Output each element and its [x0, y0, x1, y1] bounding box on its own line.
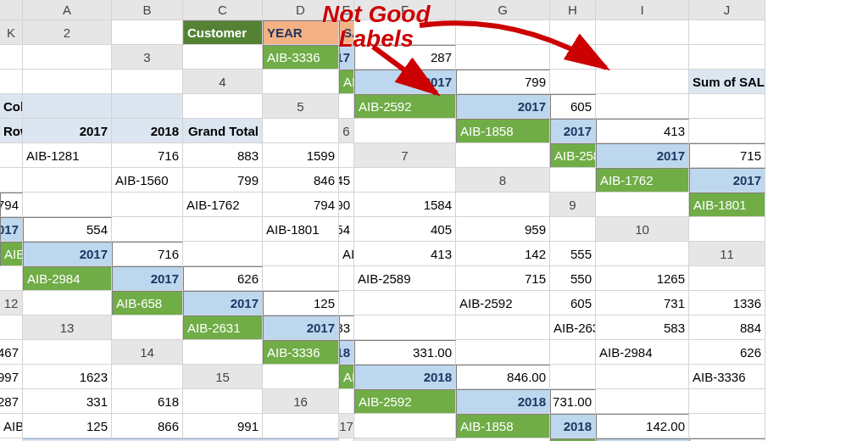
data-cell-customer[interactable]: AIB-2592: [354, 94, 456, 119]
cell-K13[interactable]: [23, 340, 112, 365]
pivot-value[interactable]: 142: [456, 242, 550, 266]
cell-K12[interactable]: [0, 315, 23, 340]
cell-J3[interactable]: [23, 70, 112, 94]
pivot-rowtotal[interactable]: 1645: [339, 168, 354, 193]
pivot-row-label[interactable]: AIB-3336: [689, 365, 765, 389]
data-cell-customer[interactable]: AIB-2984: [23, 266, 112, 291]
pivot-row-label[interactable]: AIB-658: [0, 414, 23, 438]
pivot-value[interactable]: 846: [263, 168, 339, 193]
pivot-value[interactable]: 413: [354, 242, 456, 266]
pivot-value[interactable]: 626: [689, 340, 765, 365]
cell-F4[interactable]: [596, 70, 689, 94]
cell-H2[interactable]: [596, 20, 689, 45]
cell-F14[interactable]: [550, 340, 596, 365]
data-cell-year[interactable]: 2017: [550, 119, 596, 143]
data-cell-year[interactable]: 2017: [689, 168, 765, 193]
cell-A13[interactable]: [112, 315, 183, 340]
cell-A6[interactable]: [354, 119, 456, 143]
data-cell-customer[interactable]: AIB-1560: [339, 70, 354, 94]
cell-F15[interactable]: [596, 365, 689, 389]
column-header-C[interactable]: C: [183, 0, 263, 20]
data-cell-customer[interactable]: AIB-2589: [550, 143, 596, 168]
pivot-row-label[interactable]: AIB-2631: [550, 315, 596, 340]
pivot-value[interactable]: 790: [339, 193, 354, 217]
row-header-3[interactable]: 3: [112, 45, 183, 70]
cell-A3[interactable]: [183, 45, 263, 70]
data-cell-year[interactable]: 2018: [550, 414, 596, 438]
pivot-value[interactable]: 331: [23, 389, 112, 414]
cell-E11[interactable]: [263, 266, 339, 291]
pivot-value[interactable]: 716: [112, 143, 183, 168]
cell-E3[interactable]: [456, 45, 550, 70]
data-cell-sales[interactable]: 799: [456, 70, 550, 94]
data-cell-year[interactable]: 2018: [339, 340, 354, 365]
cell-A4[interactable]: [263, 70, 339, 94]
cell-F9[interactable]: [183, 217, 263, 242]
data-cell-year[interactable]: 2017: [23, 242, 112, 266]
column-header-B[interactable]: B: [112, 0, 183, 20]
data-cell-year[interactable]: 2017: [354, 70, 456, 94]
pivot-row-label[interactable]: AIB-2592: [456, 291, 550, 315]
cell-H3[interactable]: [689, 45, 765, 70]
data-cell-year[interactable]: 2017: [183, 291, 263, 315]
table-header-customer[interactable]: Customer: [183, 20, 263, 45]
pivot-value[interactable]: 287: [0, 389, 23, 414]
row-header-6[interactable]: 6: [339, 119, 354, 143]
pivot-header-blank[interactable]: [23, 94, 112, 119]
data-cell-customer[interactable]: AIB-1560: [339, 365, 354, 389]
cell-J2[interactable]: [0, 45, 23, 70]
data-cell-sales[interactable]: 583: [339, 315, 354, 340]
pivot-value[interactable]: 883: [183, 143, 263, 168]
cell-A16[interactable]: [339, 389, 354, 414]
cell-E16[interactable]: [596, 389, 689, 414]
cell-A5[interactable]: [339, 94, 354, 119]
pivot-colhead-grandtotal[interactable]: Grand Total: [183, 119, 263, 143]
pivot-rowtotal[interactable]: 1599: [263, 143, 339, 168]
pivot-title[interactable]: Sum of SALES: [689, 70, 765, 94]
column-header-A[interactable]: A: [23, 0, 112, 20]
cell-I3[interactable]: [0, 70, 23, 94]
data-cell-year[interactable]: 2018: [456, 389, 550, 414]
pivot-rowtotal[interactable]: 991: [183, 414, 263, 438]
data-cell-year[interactable]: 2017: [456, 94, 550, 119]
row-header-11[interactable]: 11: [689, 242, 765, 266]
row-header-7[interactable]: 7: [354, 143, 456, 168]
select-all-corner[interactable]: [0, 0, 23, 20]
cell-E15[interactable]: [550, 365, 596, 389]
data-cell-sales[interactable]: 626: [183, 266, 263, 291]
data-cell-sales[interactable]: 731.00: [550, 389, 596, 414]
pivot-value[interactable]: 884: [689, 315, 765, 340]
cell-G2[interactable]: [550, 20, 596, 45]
cell-K5[interactable]: [263, 119, 339, 143]
cell-E14[interactable]: [456, 340, 550, 365]
cell-K6[interactable]: [339, 143, 354, 168]
cell-F5[interactable]: [689, 94, 765, 119]
cell-K10[interactable]: [596, 242, 689, 266]
pivot-value[interactable]: 125: [23, 414, 112, 438]
cell-A8[interactable]: [550, 168, 596, 193]
cell-A15[interactable]: [263, 365, 339, 389]
data-cell-sales[interactable]: 846.00: [456, 365, 550, 389]
data-cell-customer[interactable]: AIB-1281: [0, 242, 23, 266]
cell-E6[interactable]: [689, 119, 765, 143]
cell-A11[interactable]: [0, 266, 23, 291]
pivot-column-labels[interactable]: Column Labels ▾: [0, 94, 23, 119]
row-header-12[interactable]: 12: [0, 291, 23, 315]
cell-A17[interactable]: [354, 414, 456, 438]
pivot-row-label[interactable]: AIB-2589: [354, 266, 456, 291]
cell-A12[interactable]: [23, 291, 112, 315]
data-cell-customer[interactable]: AIB-1762: [596, 168, 689, 193]
cell-K8[interactable]: [456, 193, 550, 217]
data-cell-customer[interactable]: AIB-1801: [689, 193, 765, 217]
data-cell-sales[interactable]: 715: [689, 143, 765, 168]
cell-F8[interactable]: [112, 193, 183, 217]
pivot-row-labels[interactable]: Row Labels ▾: [0, 119, 23, 143]
pivot-value[interactable]: 997: [0, 365, 23, 389]
cell-A9[interactable]: [596, 193, 689, 217]
cell-F10[interactable]: [263, 242, 339, 266]
cell-K2[interactable]: [23, 45, 112, 70]
cell-F16[interactable]: [689, 389, 765, 414]
data-cell-year[interactable]: 2017: [263, 315, 339, 340]
row-header-2[interactable]: 2: [23, 20, 112, 45]
pivot-rowtotal[interactable]: 618: [112, 389, 183, 414]
